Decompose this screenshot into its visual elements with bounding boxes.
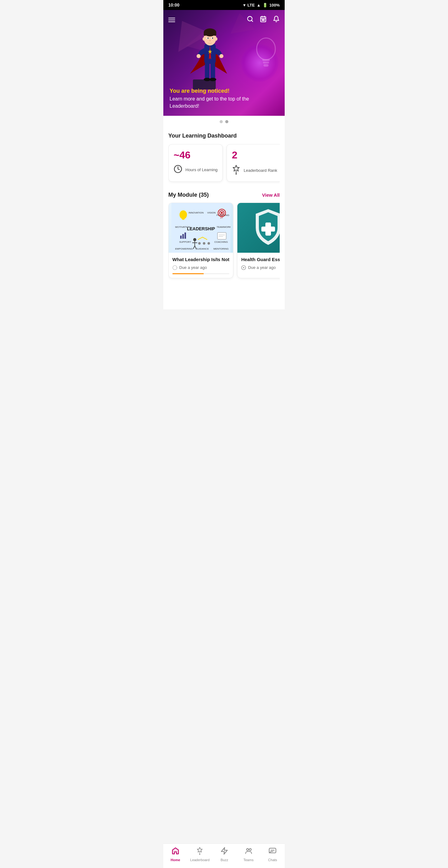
- svg-text:EMPOWERING: EMPOWERING: [175, 247, 193, 250]
- health-card-info: Health Guard Essentials Due a year ago: [237, 253, 280, 274]
- dashboard-cards: ~46 Hours of Learning 2: [168, 144, 280, 187]
- svg-rect-3: [263, 64, 268, 67]
- rank-label: Leaderboard Rank: [244, 168, 277, 173]
- hero-header: [163, 13, 285, 27]
- main-content: Your Learning Dashboard ~46 Hours of Lea…: [163, 128, 285, 309]
- rank-bottom: Leaderboard Rank: [232, 165, 277, 177]
- calendar-icon[interactable]: [260, 16, 267, 24]
- svg-rect-80: [261, 226, 275, 231]
- svg-point-76: [203, 242, 205, 245]
- leadership-module-card[interactable]: LEADERSHIP INNOVATION VISION PLANNING 27: [168, 203, 233, 278]
- battery-percent: 100%: [269, 3, 280, 7]
- svg-rect-32: [263, 20, 264, 21]
- hours-label: Hours of Learning: [185, 167, 218, 173]
- notification-icon[interactable]: [273, 16, 280, 24]
- module-header: My Module (35) View All: [168, 187, 280, 198]
- svg-point-36: [235, 173, 237, 175]
- svg-point-75: [198, 242, 201, 245]
- wifi-icon: ▾: [243, 3, 246, 7]
- svg-point-22: [202, 37, 205, 41]
- dot-1[interactable]: [220, 120, 223, 123]
- leadership-card-title: What Leadership Is/Is Not: [172, 256, 229, 263]
- lightbulb-icon: [251, 35, 282, 72]
- health-module-image: [237, 203, 280, 253]
- status-icons: ▾ LTE ▲ 🔋 100%: [243, 3, 280, 7]
- svg-point-77: [207, 242, 210, 245]
- rank-value: 2: [232, 149, 277, 161]
- health-due: Due a year ago: [241, 265, 280, 270]
- leaderboard-rank-card[interactable]: 2 Leaderboard Rank: [226, 144, 280, 182]
- dot-2[interactable]: [225, 120, 228, 123]
- hours-value: ~46: [173, 149, 218, 161]
- svg-text:MOTIVATION: MOTIVATION: [175, 226, 190, 228]
- leadership-card-info: What Leadership Is/Is Not Due a year ago: [169, 253, 233, 278]
- search-icon[interactable]: [247, 16, 254, 24]
- hours-of-learning-card[interactable]: ~46 Hours of Learning: [168, 144, 223, 182]
- hero-banner: You are being noticed! Learn more and ge…: [163, 10, 285, 116]
- svg-point-48: [180, 210, 187, 219]
- menu-button[interactable]: [168, 18, 175, 22]
- carousel-dots: [163, 116, 285, 128]
- svg-point-10: [197, 54, 201, 58]
- leadership-progress: [172, 273, 229, 274]
- svg-marker-82: [243, 267, 245, 268]
- battery-icon: 🔋: [263, 3, 267, 7]
- time: 10:00: [168, 2, 180, 7]
- svg-point-20: [212, 38, 213, 39]
- svg-rect-60: [182, 234, 184, 239]
- view-all-button[interactable]: View All: [262, 192, 280, 198]
- hero-text: You are being noticed! Learn more and ge…: [169, 88, 279, 110]
- svg-rect-7: [211, 62, 215, 80]
- health-module-card[interactable]: Health Guard Essentials Due a year ago: [237, 203, 280, 278]
- svg-point-70: [193, 238, 196, 241]
- svg-text:27: 27: [220, 216, 223, 219]
- svg-point-23: [215, 37, 218, 41]
- svg-text:LEADERSHIP: LEADERSHIP: [187, 226, 215, 231]
- hero-subtext: Learn more and get to the top of the Lea…: [169, 96, 279, 110]
- svg-rect-27: [261, 17, 266, 22]
- svg-rect-61: [185, 232, 186, 239]
- signal-icon: ▲: [257, 3, 261, 7]
- leadership-due: Due a year ago: [172, 265, 229, 270]
- svg-text:INNOVATION: INNOVATION: [189, 211, 204, 214]
- svg-rect-49: [182, 218, 185, 220]
- svg-text:SUPPORT: SUPPORT: [179, 241, 191, 243]
- hero-character: [182, 23, 238, 91]
- svg-point-0: [257, 38, 275, 60]
- hero-headline: You are being noticed!: [169, 88, 279, 94]
- svg-rect-2: [263, 62, 269, 63]
- medal-icon: [232, 165, 241, 177]
- lte-label: LTE: [247, 3, 255, 7]
- svg-rect-6: [205, 62, 210, 80]
- leadership-module-image: LEADERSHIP INNOVATION VISION PLANNING 27: [169, 203, 233, 253]
- svg-point-55: [221, 212, 223, 214]
- svg-text:MENTORING: MENTORING: [214, 247, 229, 250]
- shield-container: [237, 203, 280, 253]
- module-cards: LEADERSHIP INNOVATION VISION PLANNING 27: [168, 203, 280, 284]
- clock-icon: [173, 165, 182, 175]
- svg-rect-31: [262, 20, 263, 21]
- svg-text:VISION: VISION: [207, 211, 216, 214]
- leadership-progress-bar: [172, 273, 204, 274]
- dashboard-title: Your Learning Dashboard: [168, 128, 280, 139]
- status-bar: 10:00 ▾ LTE ▲ 🔋 100%: [163, 0, 285, 10]
- svg-rect-1: [262, 59, 270, 61]
- svg-rect-59: [180, 236, 182, 239]
- svg-line-26: [251, 20, 253, 22]
- svg-rect-15: [204, 32, 206, 36]
- svg-text:GUIDANCE: GUIDANCE: [196, 247, 209, 250]
- svg-text:COACHING: COACHING: [214, 241, 228, 243]
- svg-point-78: [173, 266, 177, 270]
- svg-rect-63: [218, 232, 226, 239]
- header-actions: [247, 16, 280, 24]
- svg-rect-16: [214, 32, 216, 36]
- hours-bottom: Hours of Learning: [173, 165, 218, 175]
- svg-point-9: [210, 78, 216, 81]
- module-title: My Module (35): [168, 192, 209, 198]
- health-card-title: Health Guard Essentials: [241, 256, 280, 263]
- svg-marker-34: [233, 165, 239, 171]
- svg-point-11: [219, 54, 223, 58]
- svg-point-19: [207, 38, 209, 39]
- svg-text:TEAMWORK: TEAMWORK: [217, 226, 230, 228]
- svg-point-21: [209, 40, 211, 41]
